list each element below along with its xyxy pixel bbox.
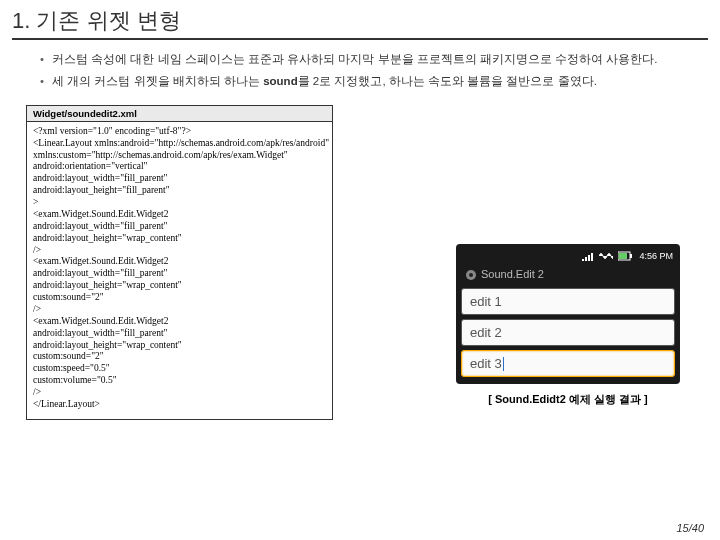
bullet-item: 커스텀 속성에 대한 네임 스페이스는 표준과 유사하되 마지막 부분을 프로젝… (40, 50, 678, 68)
status-bar: 4:56 PM (459, 247, 677, 265)
svg-rect-1 (630, 254, 632, 258)
bullet-item: 세 개의 커스텀 위젯을 배치하되 하나는 sound를 2로 지정했고, 하나… (40, 72, 678, 90)
code-filename: Widget/soundedit2.xml (26, 105, 333, 122)
clock-text: 4:56 PM (639, 251, 673, 261)
phone-frame: 4:56 PM Sound.Edit 2 edit 1 edit 2 edit … (456, 244, 680, 384)
svg-point-4 (469, 273, 473, 277)
code-body: <?xml version="1.0" encoding="utf-8"?> <… (26, 122, 333, 420)
edit-row-text: edit 3 (470, 356, 502, 371)
signal-icon (582, 251, 594, 261)
app-title-bar: Sound.Edit 2 (459, 265, 677, 286)
svg-rect-9 (690, 442, 708, 512)
svg-rect-5 (620, 432, 640, 512)
edit-row[interactable]: edit 1 (461, 288, 675, 315)
page-number: 15/40 (676, 522, 704, 534)
svg-rect-2 (619, 253, 627, 259)
svg-marker-10 (690, 424, 708, 442)
bold-word: sound (263, 75, 298, 87)
app-icon (465, 269, 477, 281)
bullet-list: 커스텀 속성에 대한 네임 스페이스는 표준과 유사하되 마지막 부분을 프로젝… (40, 50, 678, 91)
phone-caption: [ Sound.Edidt2 예제 실행 결과 ] (456, 392, 680, 407)
slide-root: 1. 기존 위젯 변형 커스텀 속성에 대한 네임 스페이스는 표준과 유사하되… (0, 0, 720, 540)
edit-row-focused[interactable]: edit 3 (461, 350, 675, 377)
text-cursor (503, 357, 505, 371)
edit-row[interactable]: edit 2 (461, 319, 675, 346)
svg-marker-6 (620, 412, 640, 432)
soundwave-icon (599, 251, 613, 261)
svg-rect-13 (680, 482, 688, 512)
svg-rect-7 (655, 417, 677, 512)
battery-icon (618, 251, 634, 261)
svg-rect-12 (645, 472, 655, 512)
app-title-text: Sound.Edit 2 (481, 268, 544, 280)
slide-title: 1. 기존 위젯 변형 (12, 6, 708, 40)
phone-mock-area: 4:56 PM Sound.Edit 2 edit 1 edit 2 edit … (456, 244, 680, 407)
